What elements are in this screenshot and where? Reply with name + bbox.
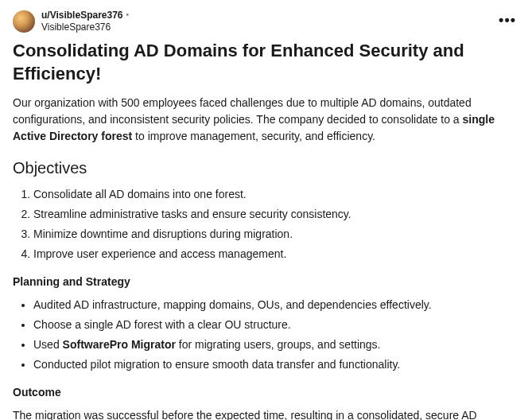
- user-block[interactable]: u/VisibleSpare376 • VisibleSpare376: [13, 10, 129, 33]
- intro-paragraph: Our organization with 500 employees face…: [13, 95, 519, 145]
- list-item: Minimize downtime and disruptions during…: [33, 226, 519, 243]
- post-title: Consolidating AD Domains for Enhanced Se…: [13, 40, 519, 85]
- planning-item3-strong: SoftwarePro Migrator: [63, 338, 176, 351]
- objectives-list: Consolidate all AD domains into one fore…: [13, 186, 519, 262]
- planning-item3-pre: Used: [33, 338, 63, 351]
- outcome-heading: Outcome: [13, 384, 519, 401]
- list-item: Used SoftwarePro Migrator for migrating …: [33, 336, 519, 353]
- list-item: Consolidate all AD domains into one fore…: [33, 186, 519, 203]
- user-lines: u/VisibleSpare376 • VisibleSpare376: [41, 10, 129, 33]
- planning-list: Audited AD infrastructure, mapping domai…: [13, 297, 519, 373]
- post-header: u/VisibleSpare376 • VisibleSpare376 •••: [13, 10, 519, 33]
- planning-heading: Planning and Strategy: [13, 274, 519, 290]
- list-item: Improve user experience and access manag…: [33, 246, 519, 262]
- outcome-body: The migration was successful before the …: [13, 407, 519, 420]
- more-icon[interactable]: •••: [495, 13, 519, 27]
- objectives-heading: Objectives: [13, 156, 519, 180]
- list-item: Conducted pilot migration to ensure smoo…: [33, 356, 519, 373]
- list-item: Streamline administrative tasks and ensu…: [33, 206, 519, 223]
- intro-post: to improve management, security, and eff…: [132, 130, 375, 142]
- list-item: Choose a single AD forest with a clear O…: [33, 317, 519, 333]
- list-item: Audited AD infrastructure, mapping domai…: [33, 297, 519, 313]
- user-subline: VisibleSpare376: [41, 21, 129, 33]
- avatar[interactable]: [13, 10, 35, 33]
- planning-item3-post: for migrating users, groups, and setting…: [176, 338, 381, 351]
- separator-dot: •: [126, 10, 130, 21]
- intro-pre: Our organization with 500 employees face…: [13, 96, 472, 126]
- username[interactable]: u/VisibleSpare376: [41, 10, 123, 21]
- username-line: u/VisibleSpare376 •: [41, 10, 129, 21]
